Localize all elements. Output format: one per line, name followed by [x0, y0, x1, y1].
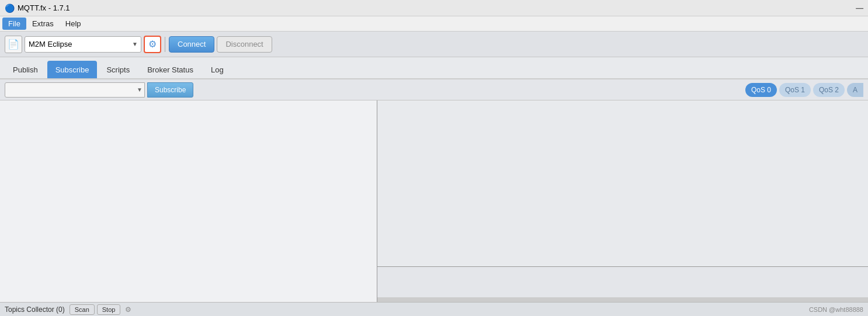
status-actions: Scan Stop ⚙: [70, 304, 134, 315]
content-area: [0, 100, 868, 302]
qos-buttons-group: QoS 0 QoS 1 QoS 2 A: [745, 83, 863, 97]
tabbar: Publish Subscribe Scripts Broker Status …: [0, 57, 868, 79]
profile-icon-button[interactable]: 📄: [5, 36, 22, 53]
stop-button[interactable]: Stop: [97, 304, 121, 315]
watermark-text: CSDN @wht88888: [809, 306, 863, 313]
connection-select-input[interactable]: M2M Eclipse: [25, 36, 141, 53]
topic-input[interactable]: [5, 82, 145, 98]
topics-collector-label: Topics Collector (0): [5, 305, 65, 314]
toolbar-separator: [165, 37, 165, 52]
settings-gear-button[interactable]: ⚙: [144, 36, 161, 53]
profile-icon: 📄: [8, 39, 19, 50]
tab-scripts[interactable]: Scripts: [98, 61, 138, 78]
titlebar: 🔵 MQTT.fx - 1.7.1 ─: [0, 0, 868, 16]
tab-log[interactable]: Log: [203, 61, 232, 78]
connect-button[interactable]: Connect: [169, 36, 214, 53]
menu-help[interactable]: Help: [60, 18, 87, 30]
tab-subscribe[interactable]: Subscribe: [47, 61, 98, 78]
qos0-button[interactable]: QoS 0: [745, 83, 777, 97]
statusbar: Topics Collector (0) Scan Stop ⚙ CSDN @w…: [0, 302, 868, 316]
topic-input-wrapper: ▼: [5, 82, 145, 98]
qos-auto-button[interactable]: A: [847, 83, 863, 97]
qos1-button[interactable]: QoS 1: [779, 83, 811, 97]
app-title: MQTT.fx - 1.7.1: [18, 4, 70, 12]
qos2-button[interactable]: QoS 2: [813, 83, 845, 97]
right-top-pane: [377, 100, 868, 267]
minimize-button[interactable]: ─: [856, 3, 863, 13]
disconnect-button[interactable]: Disconnect: [217, 36, 272, 53]
right-bottom-pane: [377, 267, 868, 302]
status-gear-icon: ⚙: [125, 305, 131, 314]
subscribe-action-button[interactable]: Subscribe: [147, 82, 193, 98]
gear-icon: ⚙: [148, 39, 157, 50]
subscribe-toolbar: ▼ Subscribe QoS 0 QoS 1 QoS 2 A: [0, 79, 868, 100]
menubar: File Extras Help: [0, 16, 868, 32]
menu-file[interactable]: File: [2, 18, 26, 30]
tab-publish[interactable]: Publish: [5, 61, 46, 78]
app-icon: 🔵: [5, 4, 15, 13]
connection-selector[interactable]: M2M Eclipse ▼: [25, 36, 141, 53]
horizontal-scrollbar[interactable]: [377, 297, 868, 302]
status-gear-button[interactable]: ⚙: [123, 304, 133, 315]
menu-extras[interactable]: Extras: [26, 18, 60, 30]
tab-broker-status[interactable]: Broker Status: [139, 61, 202, 78]
toolbar: 📄 M2M Eclipse ▼ ⚙ Connect Disconnect: [0, 32, 868, 57]
left-pane: [0, 100, 377, 302]
scan-button[interactable]: Scan: [70, 304, 95, 315]
right-pane: [377, 100, 868, 302]
